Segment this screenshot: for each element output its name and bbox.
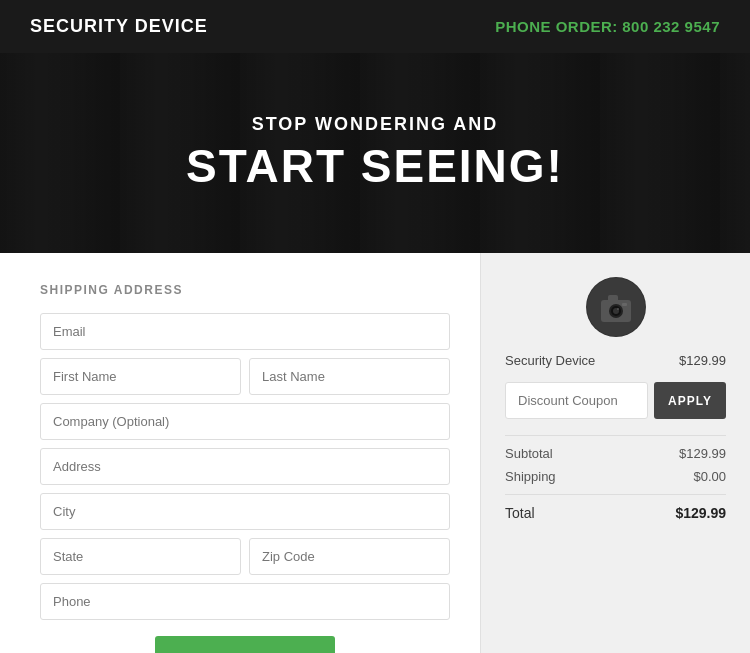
product-image: [586, 277, 646, 337]
svg-rect-2: [608, 295, 618, 302]
shipping-label: Shipping: [505, 469, 556, 484]
phone-label: PHONE ORDER:: [495, 18, 618, 35]
page-header: SECURITY DEVICE PHONE ORDER: 800 232 954…: [0, 0, 750, 53]
first-name-field[interactable]: [40, 358, 241, 395]
form-section-title: SHIPPING ADDRESS: [40, 283, 450, 297]
camera-icon: [587, 278, 645, 336]
company-field[interactable]: [40, 403, 450, 440]
coupon-input[interactable]: [505, 382, 648, 419]
form-section: SHIPPING ADDRESS CONTINUE: [0, 253, 480, 653]
total-value: $129.99: [675, 505, 726, 521]
order-summary: Security Device $129.99 APPLY Subtotal $…: [480, 253, 750, 653]
total-label: Total: [505, 505, 535, 521]
city-group: [40, 493, 450, 530]
company-group: [40, 403, 450, 440]
product-name: Security Device: [505, 353, 595, 368]
hero-title: START SEEING!: [186, 141, 564, 192]
hero-content: STOP WONDERING AND START SEEING!: [186, 114, 564, 192]
subtotal-label: Subtotal: [505, 446, 553, 461]
svg-rect-7: [622, 303, 627, 306]
address-group: [40, 448, 450, 485]
product-image-container: [505, 277, 726, 337]
email-field[interactable]: [40, 313, 450, 350]
main-content: SHIPPING ADDRESS CONTINUE: [0, 253, 750, 653]
address-field[interactable]: [40, 448, 450, 485]
hero-section: STOP WONDERING AND START SEEING!: [0, 53, 750, 253]
shipping-value: $0.00: [693, 469, 726, 484]
coupon-row: APPLY: [505, 382, 726, 419]
phone-field[interactable]: [40, 583, 450, 620]
product-price: $129.99: [679, 353, 726, 368]
site-logo: SECURITY DEVICE: [30, 16, 208, 37]
svg-point-6: [617, 308, 619, 310]
state-field[interactable]: [40, 538, 241, 575]
divider-bottom: [505, 494, 726, 495]
divider-top: [505, 435, 726, 436]
continue-button[interactable]: CONTINUE: [155, 636, 335, 653]
email-group: [40, 313, 450, 350]
last-name-field[interactable]: [249, 358, 450, 395]
city-field[interactable]: [40, 493, 450, 530]
apply-coupon-button[interactable]: APPLY: [654, 382, 726, 419]
zip-field[interactable]: [249, 538, 450, 575]
state-zip-row: [40, 538, 450, 575]
product-row: Security Device $129.99: [505, 353, 726, 368]
subtotal-row: Subtotal $129.99: [505, 446, 726, 461]
phone-number[interactable]: 800 232 9547: [622, 18, 720, 35]
name-row: [40, 358, 450, 395]
phone-group: [40, 583, 450, 620]
subtotal-value: $129.99: [679, 446, 726, 461]
total-row: Total $129.99: [505, 505, 726, 521]
hero-subtitle: STOP WONDERING AND: [186, 114, 564, 135]
phone-order: PHONE ORDER: 800 232 9547: [495, 18, 720, 35]
shipping-row: Shipping $0.00: [505, 469, 726, 484]
